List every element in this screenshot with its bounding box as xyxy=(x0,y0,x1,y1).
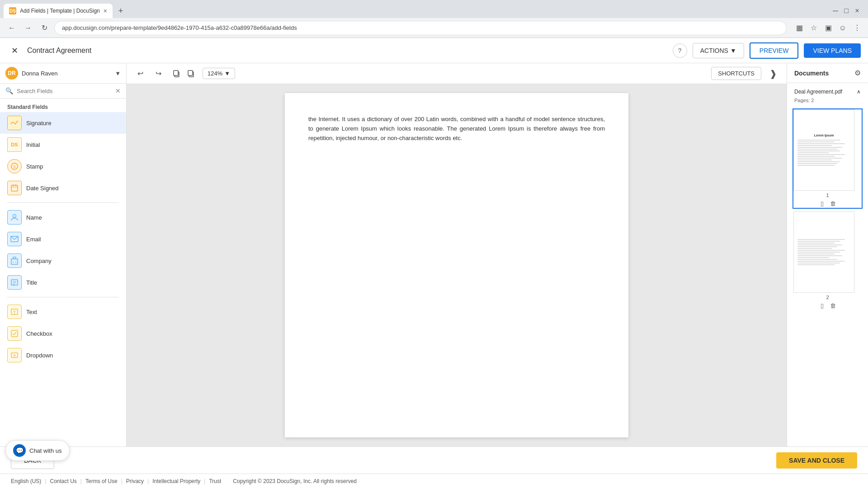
company-field-label: Company xyxy=(26,258,52,264)
actions-button[interactable]: ACTIONS ▼ xyxy=(693,43,744,58)
page-2-copy-button[interactable]: ▯ xyxy=(818,301,827,310)
save-and-close-button[interactable]: SAVE AND CLOSE xyxy=(776,452,857,469)
svg-point-6 xyxy=(13,215,16,218)
field-item-checkbox[interactable]: Checkbox xyxy=(0,323,126,344)
field-item-initial[interactable]: DS Initial xyxy=(0,134,126,155)
footer-sep-1: | xyxy=(45,478,46,484)
doc-pages-label: Pages: 2 xyxy=(791,97,864,107)
page-1-copy-button[interactable]: ▯ xyxy=(818,199,827,208)
recipient-name: Donna Raven xyxy=(22,70,111,77)
active-tab[interactable]: DS Add Fields | Template | DocuSign × xyxy=(4,4,113,18)
title-field-icon xyxy=(7,275,22,290)
search-clear-icon[interactable]: ✕ xyxy=(115,87,121,94)
url-text: app.docusign.com/prepare-template/9ed486… xyxy=(62,24,297,31)
close-window-icon[interactable]: × xyxy=(854,7,861,14)
doc-name-row: Deal Agreement.pdf ∧ xyxy=(791,87,864,97)
help-button[interactable]: ? xyxy=(673,43,687,58)
thumb-line xyxy=(797,252,840,253)
forward-nav-button[interactable]: → xyxy=(22,22,34,34)
page-1-thumbnail-image: Lorem Ipsum xyxy=(793,109,854,191)
bottom-bar: BACK SAVE AND CLOSE xyxy=(0,446,868,474)
zoom-selector[interactable]: 124% ▼ xyxy=(203,68,235,79)
field-item-date-signed[interactable]: Date Signed xyxy=(0,177,126,199)
page-1-delete-button[interactable]: 🗑 xyxy=(829,199,838,208)
paste-button[interactable] xyxy=(184,67,197,80)
actions-chevron-icon: ▼ xyxy=(730,47,736,54)
bookmark-icon[interactable]: ☆ xyxy=(808,23,819,33)
maximize-icon[interactable]: □ xyxy=(843,7,850,14)
footer-sep-6 xyxy=(225,478,229,484)
browser-toolbar-icons: ▦ ☆ ▣ ☺ ⋮ xyxy=(794,23,863,33)
doc-collapse-icon[interactable]: ∧ xyxy=(857,89,861,95)
name-field-icon xyxy=(7,210,22,225)
footer-trust-link[interactable]: Trust xyxy=(209,478,221,484)
field-item-company[interactable]: Company xyxy=(0,250,126,272)
extension-icon[interactable]: ▣ xyxy=(823,23,834,33)
shortcuts-button[interactable]: SHORTCUTS xyxy=(711,67,761,80)
footer-sep-5: | xyxy=(204,478,205,484)
field-item-email[interactable]: Email xyxy=(0,228,126,250)
tab-close-icon[interactable]: × xyxy=(104,7,107,14)
thumb-line xyxy=(797,263,840,263)
footer-contact-link[interactable]: Contact Us xyxy=(50,478,76,484)
chat-widget[interactable]: 💬 Chat with us xyxy=(5,440,70,461)
page-2-actions: ▯ 🗑 xyxy=(793,301,862,310)
page-1-content: Lorem Ipsum xyxy=(794,130,854,170)
page-2-delete-button[interactable]: 🗑 xyxy=(829,301,838,310)
field-item-dropdown[interactable]: Dropdown xyxy=(0,344,126,366)
divider-2 xyxy=(7,297,119,297)
date-signed-field-icon xyxy=(7,181,22,195)
profile-icon[interactable]: ☺ xyxy=(837,23,848,33)
svg-rect-2 xyxy=(11,185,18,191)
divider-1 xyxy=(7,202,119,203)
footer-sep-4: | xyxy=(147,478,149,484)
menu-icon[interactable]: ⋮ xyxy=(852,23,863,33)
thumb-line xyxy=(797,140,840,141)
doc-scroll-area[interactable]: the Internet. It uses a dictionary of ov… xyxy=(127,84,787,446)
footer-intellectual-link[interactable]: Intellectual Property xyxy=(152,478,200,484)
topbar-right: ? ACTIONS ▼ PREVIEW VIEW PLANS xyxy=(673,42,861,59)
preview-button[interactable]: PREVIEW xyxy=(750,42,799,59)
address-bar[interactable]: app.docusign.com/prepare-template/9ed486… xyxy=(54,21,787,35)
stamp-field-label: Stamp xyxy=(26,163,43,170)
minimize-icon[interactable]: ─ xyxy=(832,7,839,14)
zoom-chevron-icon: ▼ xyxy=(224,70,230,77)
footer-privacy-link[interactable]: Privacy xyxy=(126,478,144,484)
page-1-thumbnail[interactable]: Lorem Ipsum xyxy=(793,108,863,209)
sidebar-toggle-button[interactable]: ❱ xyxy=(767,67,779,80)
field-item-text[interactable]: T Text xyxy=(0,301,126,323)
date-signed-field-label: Date Signed xyxy=(26,185,59,192)
undo-button[interactable]: ↩ xyxy=(134,67,146,80)
view-plans-button[interactable]: VIEW PLANS xyxy=(804,43,861,58)
page-1-number: 1 xyxy=(793,191,862,199)
back-nav-button[interactable]: ← xyxy=(5,22,18,34)
thumb-line xyxy=(797,239,845,240)
page-2-number: 2 xyxy=(793,293,862,301)
thumb-line xyxy=(797,264,835,265)
field-item-name[interactable]: Name xyxy=(0,206,126,228)
thumb-line xyxy=(797,259,837,260)
svg-rect-23 xyxy=(188,70,193,75)
search-input[interactable] xyxy=(17,88,112,94)
field-item-title[interactable]: Title xyxy=(0,272,126,293)
recipient-dropdown-icon[interactable]: ▼ xyxy=(115,70,121,77)
page-2-thumbnail[interactable]: 2 ▯ 🗑 xyxy=(793,211,863,311)
footer-terms-link[interactable]: Terms of Use xyxy=(85,478,118,484)
copy-button[interactable] xyxy=(170,67,183,80)
close-button[interactable]: ✕ xyxy=(7,43,22,58)
right-panel-header: Documents ⚙ xyxy=(787,63,868,83)
thumb-line xyxy=(797,261,845,262)
thumb-line xyxy=(797,161,840,162)
field-item-signature[interactable]: Signature xyxy=(0,112,126,134)
title-field-label: Title xyxy=(26,279,37,286)
redo-button[interactable]: ↪ xyxy=(152,67,165,80)
refresh-button[interactable]: ↻ xyxy=(38,22,51,34)
new-tab-button[interactable]: + xyxy=(114,5,127,17)
thumb-line xyxy=(797,163,837,164)
standard-fields-header: Standard Fields xyxy=(0,99,126,112)
recipient-bar: DR Donna Raven ▼ xyxy=(0,63,126,84)
footer-sep-3: | xyxy=(121,478,123,484)
documents-gear-icon[interactable]: ⚙ xyxy=(854,69,861,77)
field-item-stamp[interactable]: S Stamp xyxy=(0,155,126,177)
cast-icon[interactable]: ▦ xyxy=(794,23,805,33)
